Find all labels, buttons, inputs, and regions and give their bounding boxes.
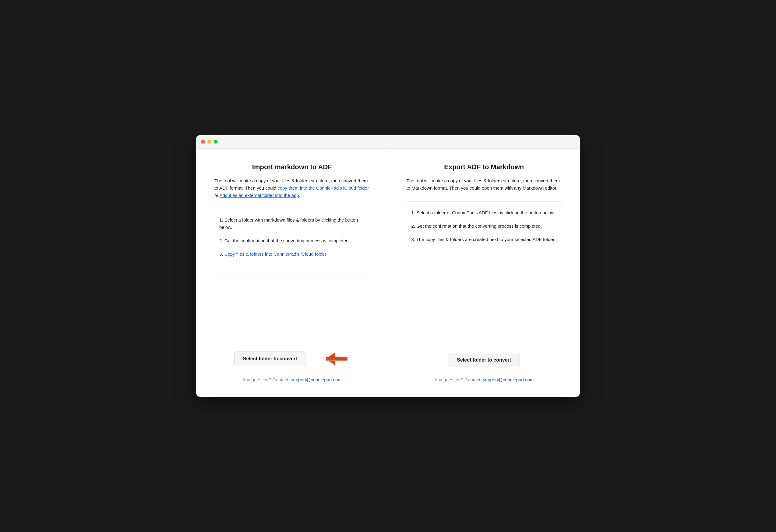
titlebar xyxy=(196,135,580,149)
right-footer: Any question? Contact: support@conniepad… xyxy=(407,377,562,382)
left-step-2: 2. Get the confirmation that the convert… xyxy=(219,237,370,244)
left-panel-description: The tool will make a copy of your files … xyxy=(214,177,370,199)
left-footer: Any question? Contact: support@conniepad… xyxy=(214,377,370,382)
main-content: Import markdown to ADF The tool will mak… xyxy=(196,149,580,397)
right-panel-title: Export ADF to Markdown xyxy=(407,163,562,171)
right-panel-description: The tool will make a copy of your files … xyxy=(407,177,562,192)
arrow-icon xyxy=(314,350,350,367)
left-step-1: 1. Select a folder with markdown files &… xyxy=(219,216,370,231)
divider-bottom-right xyxy=(407,259,562,259)
svg-marker-1 xyxy=(326,353,335,365)
left-step-3: 3. Copy files & folders into ConniePad's… xyxy=(219,250,370,258)
arrow-container xyxy=(314,350,350,367)
icloud-folder-link[interactable]: copy them into the ConniePad's iCloud fo… xyxy=(277,185,369,191)
right-button-area: Select folder to convert xyxy=(407,345,562,367)
right-step-2: 2. Get the confirmation that the convert… xyxy=(411,223,562,230)
app-window: Import markdown to ADF The tool will mak… xyxy=(196,135,580,397)
right-step-1: 1. Select a folder of ConniePad's ADF fi… xyxy=(411,209,562,216)
left-button-area: Select folder to convert xyxy=(214,343,370,367)
minimize-button[interactable] xyxy=(207,140,211,144)
right-support-link[interactable]: support@conniepad.com xyxy=(483,377,534,382)
left-support-link[interactable]: support@conniepad.com xyxy=(291,377,342,382)
divider-bottom-left xyxy=(214,274,370,274)
left-select-button[interactable]: Select folder to convert xyxy=(234,351,306,366)
right-select-button[interactable]: Select folder to convert xyxy=(448,353,520,367)
right-steps-list: 1. Select a folder of ConniePad's ADF fi… xyxy=(407,209,562,249)
maximize-button[interactable] xyxy=(214,140,218,144)
close-button[interactable] xyxy=(201,140,205,144)
divider-top-right xyxy=(407,202,562,202)
left-steps-list: 1. Select a folder with markdown files &… xyxy=(214,216,370,264)
copy-files-link[interactable]: Copy files & folders into ConniePad's iC… xyxy=(224,251,327,257)
traffic-lights xyxy=(201,140,218,144)
external-folder-link[interactable]: Add it as an external folder into the ap… xyxy=(220,193,299,198)
left-panel-title: Import markdown to ADF xyxy=(214,163,370,171)
right-step-3: 3. The copy files & folders are created … xyxy=(411,236,562,243)
left-panel: Import markdown to ADF The tool will mak… xyxy=(196,149,388,397)
right-panel: Export ADF to Markdown The tool will mak… xyxy=(388,149,580,397)
